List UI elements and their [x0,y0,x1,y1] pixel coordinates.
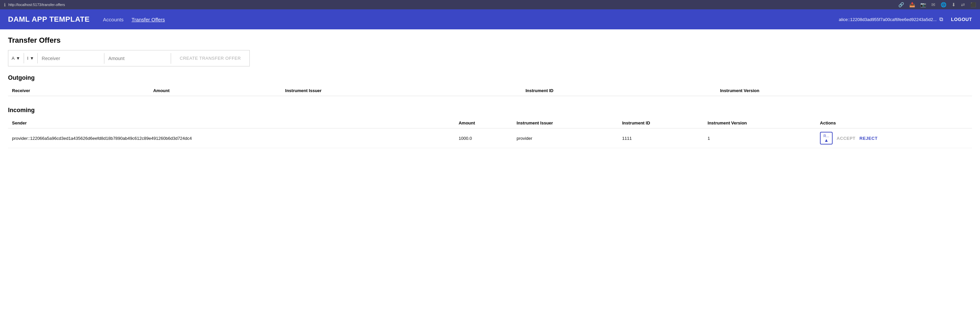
amount-cell [104,53,171,64]
outgoing-col-receiver: Receiver [8,85,149,96]
outgoing-table: Receiver Amount Instrument Issuer Instru… [8,85,972,96]
navbar: DAML APP TEMPLATE Accounts Transfer Offe… [0,10,980,29]
incoming-table-header: Sender Amount Instrument Issuer Instrume… [8,118,972,128]
outgoing-col-instrument-version: Instrument Version [716,85,972,96]
amount-input[interactable] [108,56,167,61]
mail-icon: ✉ [931,2,935,7]
outgoing-col-instrument-id: Instrument ID [522,85,716,96]
cell-sender: provider::122066a5a96cd3ed1a435626d6eefd… [8,128,455,148]
incoming-col-instrument-id: Instrument ID [618,118,703,128]
issuer-selector[interactable]: I ▼ [24,53,38,64]
app-title: DAML APP TEMPLATE [8,15,90,24]
create-transfer-form: A ▼ I ▼ CREATE TRANSFER OFFER [8,50,250,66]
create-transfer-offer-button[interactable]: CREATE TRANSFER OFFER [175,53,245,64]
incoming-col-instrument-issuer: Instrument Issuer [512,118,618,128]
outgoing-table-header: Receiver Amount Instrument Issuer Instru… [8,85,972,96]
incoming-table: Sender Amount Instrument Issuer Instrume… [8,118,972,148]
nav-accounts[interactable]: Accounts [103,17,124,22]
incoming-col-amount: Amount [455,118,512,128]
user-id: alice::12208d3ad955f7a00caf6fee6ed92243a… [839,17,937,22]
cell-amount: 1000.0 [455,128,512,148]
issuer-chevron-icon: ▼ [30,56,34,61]
cell-issuer: provider [512,128,618,148]
issuer-icon: I [27,56,29,61]
logout-button[interactable]: LOGOUT [951,17,972,22]
page-content: Transfer Offers A ▼ I ▼ CREATE TRANSFER … [0,29,980,166]
nav-transfer-offers[interactable]: Transfer Offers [132,17,165,22]
outgoing-col-instrument-issuer: Instrument Issuer [281,85,522,96]
globe-icon: 🌐 [941,2,946,7]
user-info: alice::12208d3ad955f7a00caf6fee6ed92243a… [839,16,943,22]
r-popup-button[interactable]: R... ▲ [820,132,833,144]
grid-icon: ⬛ [970,2,976,7]
copy-icon[interactable]: ⧉ [939,16,943,22]
browser-bar: ℹ http://localhost:5173/transfer-offers … [0,0,980,10]
outgoing-section-title: Outgoing [8,74,972,81]
inbox-icon: 📥 [909,2,915,7]
incoming-section-title: Incoming [8,107,972,114]
asset-chevron-icon: ▼ [16,56,20,61]
url-bar: http://localhost:5173/transfer-offers [8,3,65,7]
cell-version: 1 [703,128,816,148]
cell-actions: R... ▲ ACCEPT REJECT [816,128,972,148]
table-row: provider::122066a5a96cd3ed1a435626d6eefd… [8,128,972,148]
cell-id: 1111 [618,128,703,148]
browser-icons: 🔗 📥 📷 ✉ 🌐 ⬇ ⇄ ⬛ [898,2,976,7]
nav-links: Accounts Transfer Offers [103,17,839,22]
asset-icon: A [12,56,15,61]
page-title: Transfer Offers [8,36,972,45]
incoming-col-instrument-version: Instrument Version [703,118,816,128]
incoming-col-sender: Sender [8,118,455,128]
info-icon: ℹ [4,2,6,7]
r-popup-arrow-icon: ▲ [824,138,829,142]
camera-icon: 📷 [920,2,926,7]
reject-button[interactable]: REJECT [860,136,878,141]
create-btn-cell: CREATE TRANSFER OFFER [171,50,250,66]
download-icon: ⬇ [951,2,956,7]
outgoing-col-amount: Amount [149,85,281,96]
receiver-input[interactable] [42,56,100,61]
action-buttons: R... ▲ ACCEPT REJECT [820,132,968,144]
link-icon: 🔗 [898,2,904,7]
incoming-col-actions: Actions [816,118,972,128]
asset-selector[interactable]: A ▼ [8,53,24,64]
transfer-icon: ⇄ [961,2,965,7]
receiver-cell [38,53,104,64]
accept-button[interactable]: ACCEPT [837,136,855,141]
incoming-table-body: provider::122066a5a96cd3ed1a435626d6eefd… [8,128,972,148]
